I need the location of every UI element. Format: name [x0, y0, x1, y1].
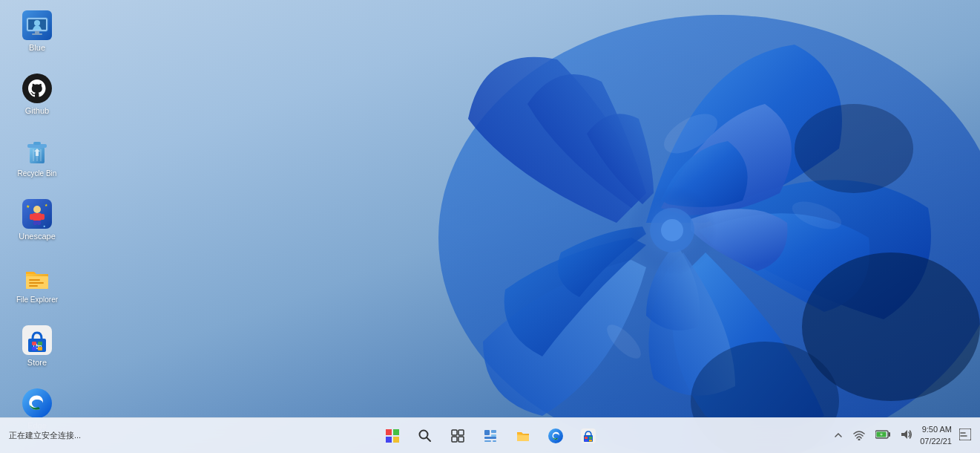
wifi-signal-icon: [853, 428, 865, 440]
svg-rect-52: [458, 430, 464, 435]
svg-rect-57: [491, 434, 496, 437]
svg-point-13: [34, 20, 40, 26]
file-explorer-taskbar-button[interactable]: [508, 421, 538, 451]
svg-rect-65: [585, 437, 588, 439]
svg-point-3: [661, 219, 683, 241]
svg-rect-26: [30, 214, 33, 220]
notification-icon: [959, 428, 971, 440]
store-icon-svg: 🛍: [22, 325, 52, 355]
task-view-button[interactable]: [443, 421, 473, 451]
volume-speaker-icon: [901, 428, 912, 440]
taskbar: 正在建立安全连接...: [0, 417, 980, 453]
svg-rect-42: [32, 347, 36, 351]
svg-rect-46: [393, 429, 399, 435]
svg-rect-56: [491, 430, 496, 433]
svg-rect-14: [35, 31, 39, 33]
desktop-icon-blue[interactable]: Blue: [7, 7, 67, 56]
github-icon-svg: [22, 74, 52, 103]
wallpaper-bloom: [335, 0, 980, 453]
taskbar-right: 9:50 AM 07/22/21: [831, 424, 974, 447]
svg-rect-60: [493, 440, 496, 442]
svg-text:★: ★: [26, 204, 30, 209]
svg-point-9: [795, 104, 913, 193]
clock-time: 9:50 AM: [920, 424, 952, 435]
svg-point-24: [33, 206, 41, 213]
desktop: Blue Github: [0, 0, 980, 453]
start-button[interactable]: [378, 421, 407, 451]
svg-point-62: [548, 428, 563, 443]
system-tray-chevron[interactable]: [831, 428, 846, 443]
recycle-bin-icon-svg: [22, 137, 52, 166]
desktop-icons: Blue Github: [7, 7, 67, 434]
edge-icon-svg: [22, 388, 52, 418]
desktop-icon-recycle-bin[interactable]: Recycle Bin: [7, 134, 67, 181]
clock-date: 07/22/21: [920, 436, 952, 447]
taskbar-status-text: 正在建立安全连接...: [6, 430, 81, 441]
battery-icon[interactable]: [872, 428, 893, 443]
svg-rect-34: [29, 279, 40, 281]
blue-icon-label: Blue: [29, 43, 45, 53]
wifi-icon[interactable]: [850, 427, 868, 444]
edge-taskbar-button[interactable]: [541, 421, 570, 451]
widgets-button[interactable]: [476, 421, 505, 451]
svg-rect-53: [452, 437, 457, 442]
svg-rect-61: [517, 435, 529, 441]
start-icon: [385, 428, 400, 443]
chevron-up-icon: [834, 431, 843, 440]
store-taskbar-icon: [581, 428, 596, 443]
svg-rect-55: [484, 430, 490, 435]
svg-rect-45: [386, 429, 392, 435]
svg-rect-59: [484, 440, 491, 442]
search-button[interactable]: [410, 421, 440, 451]
svg-point-69: [858, 439, 861, 441]
recycle-bin-icon-label: Recycle Bin: [18, 169, 57, 178]
store-taskbar-button[interactable]: [573, 421, 603, 451]
unescape-icon-label: Unescape: [19, 232, 56, 241]
desktop-icon-file-explorer[interactable]: File Explorer: [7, 260, 67, 307]
svg-rect-35: [29, 282, 44, 284]
svg-rect-41: [38, 342, 42, 345]
unescape-icon-svg: ★ ★ ●: [22, 199, 52, 229]
svg-marker-73: [901, 430, 907, 439]
edge-taskbar-icon: [548, 428, 563, 443]
battery-level-icon: [875, 429, 890, 440]
svg-rect-51: [452, 430, 457, 435]
widgets-icon: [484, 429, 497, 443]
svg-rect-47: [386, 437, 392, 443]
volume-icon[interactable]: [898, 427, 915, 444]
desktop-icon-unescape[interactable]: ★ ★ ● Unescape: [7, 196, 67, 244]
svg-rect-54: [458, 437, 464, 442]
store-icon-label: Store: [27, 358, 47, 368]
svg-rect-15: [32, 33, 42, 35]
desktop-icon-github[interactable]: Github: [7, 71, 67, 119]
file-explorer-icon-label: File Explorer: [16, 296, 58, 304]
taskbar-center: [378, 421, 603, 451]
svg-rect-71: [889, 432, 891, 437]
task-view-icon: [451, 429, 464, 443]
svg-rect-25: [33, 213, 42, 221]
svg-point-16: [22, 74, 52, 103]
file-explorer-icon-svg: [22, 263, 52, 293]
svg-rect-29: [37, 221, 41, 225]
svg-rect-28: [33, 221, 37, 225]
desktop-icon-store[interactable]: 🛍 Store: [7, 322, 67, 371]
svg-rect-48: [393, 437, 399, 443]
github-icon-label: Github: [25, 106, 49, 116]
svg-rect-19: [33, 142, 41, 145]
svg-point-44: [22, 388, 52, 418]
clock[interactable]: 9:50 AM 07/22/21: [920, 424, 952, 447]
file-explorer-taskbar-icon: [516, 428, 530, 443]
svg-rect-66: [589, 437, 592, 439]
notification-center-button[interactable]: [956, 427, 974, 444]
svg-rect-40: [32, 342, 36, 345]
svg-rect-74: [959, 428, 971, 440]
svg-rect-27: [41, 214, 45, 220]
svg-rect-36: [29, 285, 38, 287]
svg-line-50: [427, 437, 430, 441]
svg-text:●: ●: [43, 224, 45, 228]
search-icon: [418, 429, 432, 443]
svg-rect-68: [589, 440, 592, 442]
svg-rect-67: [585, 440, 588, 442]
blue-icon-svg: [22, 10, 52, 40]
svg-rect-58: [484, 437, 496, 439]
